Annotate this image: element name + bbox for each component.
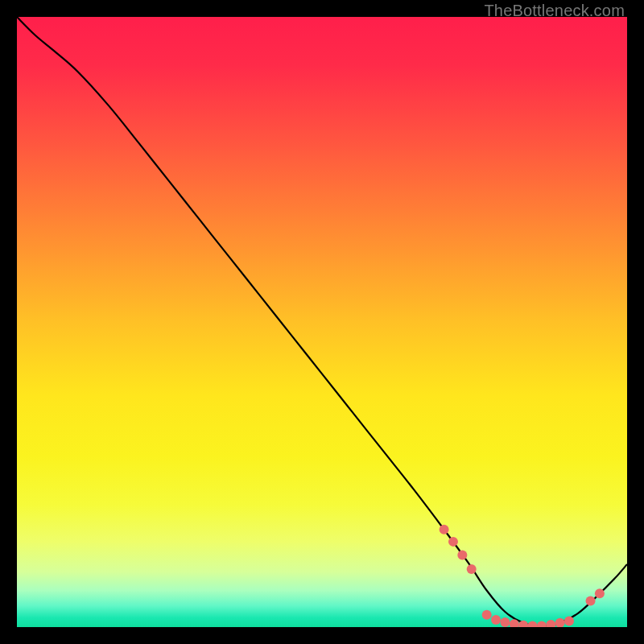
data-marker [528,621,538,627]
data-marker [564,616,574,625]
data-marker [586,596,596,605]
curve-line [17,17,627,625]
data-marker [448,537,458,547]
watermark-text: TheBottleneck.com [484,2,625,20]
data-marker [500,617,510,627]
data-marker [555,618,565,627]
plot-area [17,17,627,627]
data-marker [440,525,449,535]
chart-container: TheBottleneck.com [0,0,644,644]
curve-layer [17,17,627,627]
data-marker [467,564,477,574]
data-marker [482,610,492,620]
data-marker [595,588,605,598]
data-marker [457,551,467,560]
data-marker [537,621,547,627]
data-marker [546,620,555,627]
data-marker [491,615,501,625]
